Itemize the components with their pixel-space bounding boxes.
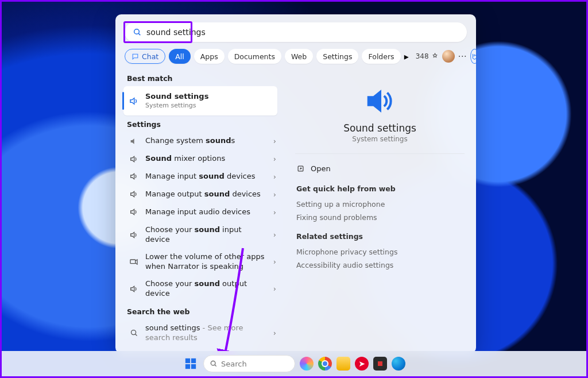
section-best-match: Best match [127,74,283,83]
filter-apps[interactable]: Apps [194,49,225,64]
result-label: Choose your sound input device [145,225,268,245]
result-title: Sound settings [145,92,273,102]
svg-point-10 [211,361,215,365]
quickhelp-link[interactable]: Fixing sound problems [295,211,465,224]
filter-documents[interactable]: Documents [228,49,281,64]
result-subtitle: System settings [145,102,273,110]
preview-pane: Sound settings System settings Open Get … [283,70,476,353]
filter-more-icon[interactable]: ▸ [404,49,409,64]
chevron-right-icon: › [273,284,278,293]
chevron-right-icon: › [273,137,278,145]
action-open[interactable]: Open [295,161,465,176]
result-label: Sound mixer options [145,154,268,164]
filter-web[interactable]: Web [285,49,313,64]
taskbar-search-placeholder: Search [221,360,247,368]
bing-chat-icon[interactable] [470,49,476,64]
svg-line-1 [138,33,140,35]
open-icon [296,164,305,173]
chevron-right-icon: › [273,190,278,199]
more-options-icon[interactable]: ··· [458,49,467,64]
preview-title: Sound settings [295,122,465,134]
taskbar-app-chrome[interactable] [318,357,332,371]
filter-row: Chat All Apps Documents Web Settings Fol… [115,47,476,70]
search-bar[interactable] [125,22,467,42]
result-setting[interactable]: Choose your sound input device› [123,221,283,249]
filter-folders[interactable]: Folders [362,49,400,64]
svg-point-3 [131,330,136,335]
result-setting[interactable]: Manage output sound devices› [123,186,283,203]
search-icon [128,329,140,337]
result-label: Change system sounds [145,136,268,146]
speaker-icon [128,96,140,106]
taskbar-search[interactable]: Search [203,355,295,372]
svg-rect-9 [191,364,196,369]
chevron-right-icon: › [273,208,278,217]
result-label: Manage input sound devices [145,172,268,182]
search-input[interactable] [146,28,459,37]
rewards-points[interactable]: 348 [416,52,439,60]
speaker-icon [128,190,140,199]
speaker-icon [128,137,140,146]
chevron-right-icon: › [273,329,278,337]
divider [295,153,465,154]
preview-speaker-icon [295,80,465,122]
result-web-search[interactable]: sound settings - See more search results… [123,319,283,347]
taskbar-app-copilot[interactable] [300,357,314,371]
svg-line-4 [135,334,137,336]
speaker-icon [128,207,140,217]
speaker-icon [128,172,140,181]
result-label: Manage output sound devices [145,190,268,199]
narrator-icon [128,257,140,267]
result-label: Lower the volume of other apps when Narr… [145,252,268,271]
user-avatar[interactable] [442,49,455,64]
chevron-right-icon: › [273,155,278,163]
related-link[interactable]: Accessibility audio settings [295,259,465,272]
taskbar-app-red[interactable]: ➤ [355,357,369,371]
svg-line-11 [215,365,216,367]
taskbar-app-edge[interactable] [392,357,405,371]
results-list: Best match Sound settings System setting… [115,70,283,353]
svg-rect-2 [130,260,136,264]
filter-settings[interactable]: Settings [316,49,358,64]
result-label: Manage input audio devices [145,207,268,217]
chevron-right-icon: › [273,230,278,239]
related-link[interactable]: Microphone privacy settings [295,245,465,259]
search-icon [210,360,218,368]
search-icon [133,28,142,37]
result-setting[interactable]: Change system sounds› [123,132,283,150]
svg-point-0 [134,29,140,34]
filter-chat[interactable]: Chat [125,49,165,64]
taskbar-app-explorer[interactable] [336,357,350,371]
preview-subtitle: System settings [295,135,465,143]
speaker-icon [128,284,140,294]
result-setting[interactable]: Choose your sound output device› [123,275,283,303]
result-best-match[interactable]: Sound settings System settings [123,86,277,115]
taskbar: Search ➤ [2,351,586,376]
result-setting[interactable]: Manage input audio devices› [123,203,283,221]
start-button[interactable] [183,356,199,372]
speaker-icon [128,155,140,164]
chevron-right-icon: › [273,172,278,181]
taskbar-app-dark[interactable] [373,357,387,371]
result-label: Choose your sound output device [145,279,268,299]
chevron-right-icon: › [273,257,278,266]
filter-all[interactable]: All [169,49,191,64]
speaker-icon [128,230,140,240]
result-setting[interactable]: Lower the volume of other apps when Narr… [123,248,283,275]
section-settings: Settings [127,120,283,129]
quickhelp-heading: Get quick help from web [296,184,465,193]
svg-rect-6 [185,358,190,363]
result-setting[interactable]: Sound mixer options› [123,150,283,168]
search-flyout: Chat All Apps Documents Web Settings Fol… [115,14,476,353]
related-heading: Related settings [296,232,465,241]
svg-rect-8 [185,364,190,369]
section-web: Search the web [127,307,283,316]
result-setting[interactable]: Manage input sound devices› [123,168,283,186]
quickhelp-link[interactable]: Setting up a microphone [295,198,465,211]
svg-rect-7 [191,358,196,363]
